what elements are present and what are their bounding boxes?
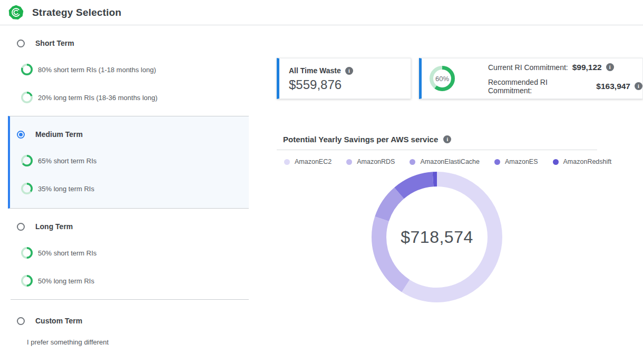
option-group-medium-term: Medium Term 65% short term RIs 35% long … bbox=[8, 116, 249, 209]
allocation-ring-icon bbox=[21, 155, 33, 166]
savings-donut-chart: $718,574 bbox=[372, 172, 502, 302]
donut-center-value: $718,574 bbox=[372, 172, 502, 302]
allocation-row: 35% long term RIs bbox=[10, 183, 249, 194]
waste-card-title: All Time Waste bbox=[289, 66, 341, 75]
allocation-ring-icon bbox=[21, 64, 33, 75]
info-icon[interactable]: i bbox=[606, 63, 614, 71]
info-icon[interactable]: i bbox=[443, 135, 451, 143]
commitment-ring-percent: 60% bbox=[430, 66, 455, 91]
option-group-short-term: Short Term 80% short term RIs (1-18 mont… bbox=[0, 25, 249, 116]
legend-label: AmazonES bbox=[505, 158, 538, 165]
chart-title: Potential Yearly Savings per AWS service bbox=[283, 135, 438, 144]
legend-label: AmazonElastiCache bbox=[420, 158, 480, 165]
allocation-row: 65% short term RIs bbox=[10, 155, 249, 166]
allocation-ring-icon bbox=[21, 275, 33, 287]
info-icon[interactable]: i bbox=[635, 82, 642, 90]
savings-chart-panel: Potential Yearly Savings per AWS service… bbox=[277, 135, 597, 302]
info-icon[interactable]: i bbox=[345, 67, 353, 75]
option-label: Medium Term bbox=[35, 130, 83, 139]
legend-item-amazonredshift[interactable]: AmazonRedshift bbox=[553, 158, 612, 165]
allocation-label: 50% long term RIs bbox=[38, 277, 94, 285]
legend-item-amazones[interactable]: AmazonES bbox=[494, 158, 538, 165]
app-header: Strategy Selection bbox=[0, 0, 643, 25]
radio-medium-term[interactable]: Medium Term bbox=[10, 130, 249, 139]
allocation-label: 20% long term RIs (18-36 months long) bbox=[38, 94, 158, 102]
allocation-label: 50% short term RIs bbox=[38, 249, 96, 257]
all-time-waste-card: All Time Waste i $559,876 bbox=[277, 58, 411, 99]
allocation-row: 50% long term RIs bbox=[0, 275, 249, 287]
ri-commitment-card: 60% Current RI Commitment: $99,122 i Rec… bbox=[419, 58, 643, 99]
waste-card-value: $559,876 bbox=[289, 77, 401, 92]
strategy-options-panel: Short Term 80% short term RIs (1-18 mont… bbox=[0, 25, 249, 359]
recommended-commitment-value: $163,947 bbox=[596, 82, 630, 91]
allocation-row: 80% short term RIs (1-18 months long) bbox=[0, 64, 249, 75]
allocation-row: 20% long term RIs (18-36 months long) bbox=[0, 92, 249, 103]
option-label: Short Term bbox=[35, 39, 74, 47]
radio-icon[interactable] bbox=[17, 317, 25, 325]
option-label: Long Term bbox=[35, 222, 73, 231]
allocation-ring-icon bbox=[21, 92, 33, 103]
main-content: All Time Waste i $559,876 60% Current RI… bbox=[249, 25, 643, 302]
current-commitment-row: Current RI Commitment: $99,122 i bbox=[488, 63, 642, 72]
allocation-label: 35% long term RIs bbox=[38, 185, 94, 193]
custom-term-note: I prefer something different bbox=[0, 338, 249, 346]
legend-label: AmazonRedshift bbox=[563, 158, 612, 165]
allocation-ring-icon bbox=[21, 247, 33, 259]
radio-short-term[interactable]: Short Term bbox=[0, 39, 249, 47]
radio-icon[interactable] bbox=[17, 223, 25, 231]
allocation-label: 65% short term RIs bbox=[38, 157, 96, 165]
legend-label: AmazonEC2 bbox=[295, 158, 332, 165]
legend-dot-icon bbox=[410, 159, 415, 165]
legend-dot-icon bbox=[346, 159, 352, 165]
recommended-commitment-row: Recommended RI Commitment: $163,947 i bbox=[488, 78, 642, 95]
legend-item-amazonec2[interactable]: AmazonEC2 bbox=[284, 158, 332, 165]
chart-legend: AmazonEC2 AmazonRDS AmazonElastiCache Am… bbox=[277, 158, 597, 165]
app-logo-icon bbox=[8, 5, 24, 20]
page-title: Strategy Selection bbox=[32, 7, 121, 18]
recommended-commitment-label: Recommended RI Commitment: bbox=[488, 78, 592, 95]
legend-dot-icon bbox=[284, 159, 290, 165]
allocation-ring-icon bbox=[21, 183, 33, 194]
chart-divider bbox=[277, 150, 597, 150]
allocation-label: 80% short term RIs (1-18 months long) bbox=[38, 66, 156, 74]
radio-icon[interactable] bbox=[17, 40, 25, 47]
radio-custom-term[interactable]: Custom Term bbox=[0, 317, 249, 325]
legend-dot-icon bbox=[494, 159, 500, 165]
option-label: Custom Term bbox=[35, 317, 82, 325]
current-commitment-value: $99,122 bbox=[572, 63, 602, 72]
radio-long-term[interactable]: Long Term bbox=[0, 222, 249, 231]
option-group-custom-term: Custom Term I prefer something different bbox=[0, 300, 249, 359]
legend-item-amazonrds[interactable]: AmazonRDS bbox=[346, 158, 395, 165]
commitment-ring: 60% bbox=[430, 66, 455, 91]
legend-item-amazonelasticache[interactable]: AmazonElastiCache bbox=[410, 158, 480, 165]
allocation-row: 50% short term RIs bbox=[0, 247, 249, 259]
option-group-long-term: Long Term 50% short term RIs 50% long te… bbox=[0, 209, 249, 299]
legend-label: AmazonRDS bbox=[357, 158, 395, 165]
current-commitment-label: Current RI Commitment: bbox=[488, 63, 568, 72]
radio-selected-icon[interactable] bbox=[17, 131, 25, 139]
legend-dot-icon bbox=[553, 159, 559, 165]
